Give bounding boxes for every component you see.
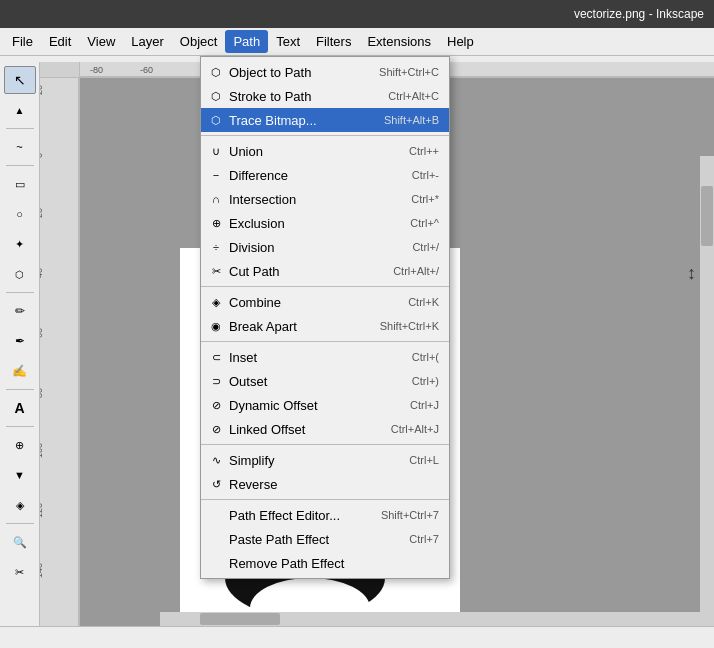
menu-filters[interactable]: Filters bbox=[308, 30, 359, 53]
simplify-icon: ∿ bbox=[207, 451, 225, 469]
tool-pencil[interactable]: ✏ bbox=[4, 297, 36, 325]
sep-3 bbox=[201, 341, 449, 342]
tool-zoom[interactable]: 🔍 bbox=[4, 528, 36, 556]
status-bar bbox=[0, 626, 714, 648]
tool-rect[interactable]: ▭ bbox=[4, 170, 36, 198]
exclusion-shortcut: Ctrl+^ bbox=[410, 217, 439, 229]
tool-sep-1 bbox=[6, 128, 34, 129]
tool-fill[interactable]: ▼ bbox=[4, 461, 36, 489]
stroke-to-path-label: Stroke to Path bbox=[229, 89, 378, 104]
menu-path[interactable]: Path bbox=[225, 30, 268, 53]
svg-text:-20: -20 bbox=[40, 85, 44, 98]
tool-node[interactable]: ▲ bbox=[4, 96, 36, 124]
scroll-thumb-vertical[interactable] bbox=[701, 186, 713, 246]
menu-item-combine[interactable]: ◈ Combine Ctrl+K bbox=[201, 290, 449, 314]
tool-select[interactable]: ↖ bbox=[4, 66, 36, 94]
cut-path-label: Cut Path bbox=[229, 264, 383, 279]
menu-item-paste-path-effect[interactable]: Paste Path Effect Ctrl+7 bbox=[201, 527, 449, 551]
inset-icon: ⊂ bbox=[207, 348, 225, 366]
sep-2 bbox=[201, 286, 449, 287]
break-apart-label: Break Apart bbox=[229, 319, 370, 334]
svg-text:-60: -60 bbox=[140, 65, 153, 75]
inset-shortcut: Ctrl+( bbox=[412, 351, 439, 363]
menu-item-linked-offset[interactable]: ⊘ Linked Offset Ctrl+Alt+J bbox=[201, 417, 449, 441]
trace-bitmap-label: Trace Bitmap... bbox=[229, 113, 374, 128]
menu-item-outset[interactable]: ⊃ Outset Ctrl+) bbox=[201, 369, 449, 393]
intersection-icon: ∩ bbox=[207, 190, 225, 208]
dynamic-offset-shortcut: Ctrl+J bbox=[410, 399, 439, 411]
exclusion-icon: ⊕ bbox=[207, 214, 225, 232]
menu-view[interactable]: View bbox=[79, 30, 123, 53]
menu-item-union[interactable]: ∪ Union Ctrl++ bbox=[201, 139, 449, 163]
union-label: Union bbox=[229, 144, 399, 159]
menu-item-division[interactable]: ÷ Division Ctrl+/ bbox=[201, 235, 449, 259]
tool-text[interactable]: A bbox=[4, 394, 36, 422]
menu-item-simplify[interactable]: ∿ Simplify Ctrl+L bbox=[201, 448, 449, 472]
sep-5 bbox=[201, 499, 449, 500]
stroke-to-path-shortcut: Ctrl+Alt+C bbox=[388, 90, 439, 102]
menu-item-dynamic-offset[interactable]: ⊘ Dynamic Offset Ctrl+J bbox=[201, 393, 449, 417]
svg-text:40: 40 bbox=[40, 268, 44, 278]
menu-edit[interactable]: Edit bbox=[41, 30, 79, 53]
scrollbar-vertical[interactable] bbox=[700, 156, 714, 626]
menu-item-cut-path[interactable]: ✂ Cut Path Ctrl+Alt+/ bbox=[201, 259, 449, 283]
menu-bar: File Edit View Layer Object Path Text Fi… bbox=[0, 28, 714, 56]
tool-sep-5 bbox=[6, 426, 34, 427]
tool-ellipse[interactable]: ○ bbox=[4, 200, 36, 228]
remove-path-effect-label: Remove Path Effect bbox=[229, 556, 429, 571]
menu-extensions[interactable]: Extensions bbox=[359, 30, 439, 53]
stroke-to-path-icon: ⬡ bbox=[207, 87, 225, 105]
tool-bezier[interactable]: ✒ bbox=[4, 327, 36, 355]
sep-4 bbox=[201, 444, 449, 445]
path-effect-editor-shortcut: Shift+Ctrl+7 bbox=[381, 509, 439, 521]
menu-item-inset[interactable]: ⊂ Inset Ctrl+( bbox=[201, 345, 449, 369]
menu-item-remove-path-effect[interactable]: Remove Path Effect bbox=[201, 551, 449, 575]
title-text: vectorize.png - Inkscape bbox=[574, 7, 704, 21]
break-apart-icon: ◉ bbox=[207, 317, 225, 335]
menu-help[interactable]: Help bbox=[439, 30, 482, 53]
sep-1 bbox=[201, 135, 449, 136]
tool-tweak[interactable]: ~ bbox=[4, 133, 36, 161]
menu-item-reverse[interactable]: ↺ Reverse bbox=[201, 472, 449, 496]
tool-calligraphy[interactable]: ✍ bbox=[4, 357, 36, 385]
paste-path-effect-icon bbox=[207, 530, 225, 548]
ruler-vertical: -20 0 20 40 60 80 100 120 140 bbox=[40, 78, 80, 648]
tool-gradient[interactable]: ◈ bbox=[4, 491, 36, 519]
combine-icon: ◈ bbox=[207, 293, 225, 311]
menu-item-difference[interactable]: − Difference Ctrl+- bbox=[201, 163, 449, 187]
intersection-shortcut: Ctrl+* bbox=[411, 193, 439, 205]
menu-item-break-apart[interactable]: ◉ Break Apart Shift+Ctrl+K bbox=[201, 314, 449, 338]
menu-object[interactable]: Object bbox=[172, 30, 226, 53]
toolbox: ↖ ▲ ~ ▭ ○ ✦ ⬡ ✏ ✒ ✍ A ⊕ ▼ ◈ 🔍 ✂ bbox=[0, 62, 40, 648]
svg-text:20: 20 bbox=[40, 208, 44, 218]
menu-item-exclusion[interactable]: ⊕ Exclusion Ctrl+^ bbox=[201, 211, 449, 235]
menu-file[interactable]: File bbox=[4, 30, 41, 53]
scroll-thumb-horizontal[interactable] bbox=[200, 613, 280, 625]
menu-item-object-to-path[interactable]: ⬡ Object to Path Shift+Ctrl+C bbox=[201, 60, 449, 84]
menu-item-trace-bitmap[interactable]: ⬡ Trace Bitmap... Shift+Alt+B bbox=[201, 108, 449, 132]
tool-dropper[interactable]: ✂ bbox=[4, 558, 36, 586]
linked-offset-shortcut: Ctrl+Alt+J bbox=[391, 423, 439, 435]
menu-item-intersection[interactable]: ∩ Intersection Ctrl+* bbox=[201, 187, 449, 211]
union-shortcut: Ctrl++ bbox=[409, 145, 439, 157]
object-to-path-shortcut: Shift+Ctrl+C bbox=[379, 66, 439, 78]
tool-3dbox[interactable]: ⬡ bbox=[4, 260, 36, 288]
cut-path-shortcut: Ctrl+Alt+/ bbox=[393, 265, 439, 277]
menu-layer[interactable]: Layer bbox=[123, 30, 172, 53]
tool-spray[interactable]: ⊕ bbox=[4, 431, 36, 459]
scrollbar-horizontal[interactable] bbox=[160, 612, 700, 626]
dynamic-offset-icon: ⊘ bbox=[207, 396, 225, 414]
menu-text[interactable]: Text bbox=[268, 30, 308, 53]
intersection-label: Intersection bbox=[229, 192, 401, 207]
cut-path-icon: ✂ bbox=[207, 262, 225, 280]
tool-star[interactable]: ✦ bbox=[4, 230, 36, 258]
svg-text:140: 140 bbox=[40, 563, 44, 578]
path-effect-editor-label: Path Effect Editor... bbox=[229, 508, 371, 523]
menu-item-path-effect-editor[interactable]: Path Effect Editor... Shift+Ctrl+7 bbox=[201, 503, 449, 527]
inset-label: Inset bbox=[229, 350, 402, 365]
division-icon: ÷ bbox=[207, 238, 225, 256]
paste-path-effect-shortcut: Ctrl+7 bbox=[409, 533, 439, 545]
dynamic-offset-label: Dynamic Offset bbox=[229, 398, 400, 413]
menu-item-stroke-to-path[interactable]: ⬡ Stroke to Path Ctrl+Alt+C bbox=[201, 84, 449, 108]
title-bar: vectorize.png - Inkscape bbox=[0, 0, 714, 28]
